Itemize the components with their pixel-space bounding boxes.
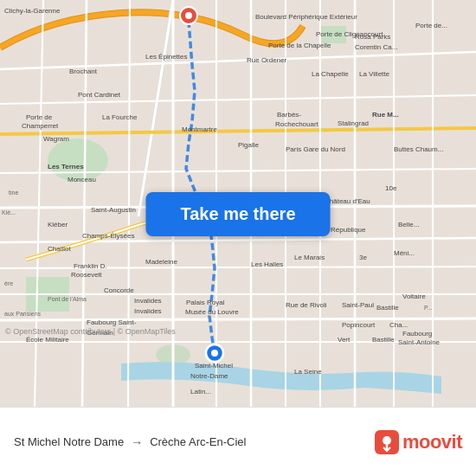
svg-text:Cha...: Cha... (389, 321, 408, 329)
svg-text:P...: P... (424, 305, 433, 311)
svg-text:Brochant: Brochant (69, 68, 98, 75)
svg-text:Le Marais: Le Marais (294, 254, 325, 261)
svg-point-107 (383, 436, 391, 445)
svg-text:Invalides: Invalides (134, 297, 162, 305)
svg-text:Champerret: Champerret (22, 122, 59, 130)
svg-text:Monceau: Monceau (68, 176, 96, 183)
svg-text:Paris Gare du Nord: Paris Gare du Nord (286, 145, 345, 153)
svg-text:Saint-Michel: Saint-Michel (195, 362, 233, 370)
destination-label: Crèche Arc-En-Ciel (150, 435, 246, 448)
svg-text:Porte de...: Porte de... (415, 22, 447, 29)
svg-text:Latin...: Latin... (190, 388, 211, 396)
svg-text:Vert: Vert (338, 336, 351, 344)
take-me-there-button[interactable]: Take me there (145, 192, 330, 236)
svg-text:10e: 10e (385, 184, 397, 192)
svg-text:Concorde: Concorde (104, 286, 134, 294)
svg-text:Les Halles: Les Halles (251, 261, 283, 268)
svg-text:La Villette: La Villette (359, 70, 390, 78)
svg-text:République: République (331, 226, 366, 234)
svg-point-105 (211, 350, 218, 357)
svg-text:Pigalle: Pigalle (238, 141, 260, 149)
svg-text:Kléber: Kléber (48, 221, 68, 228)
svg-text:Saint-Augustin: Saint-Augustin (91, 206, 136, 214)
svg-text:Barbès-: Barbès- (277, 111, 301, 119)
svg-text:Méni...: Méni... (394, 249, 415, 257)
svg-text:Roosevelt: Roosevelt (71, 271, 102, 279)
svg-text:Les Épinettes: Les Épinettes (145, 53, 187, 61)
svg-text:Saint-Antoine: Saint-Antoine (398, 338, 441, 346)
svg-point-103 (185, 12, 192, 19)
svg-text:Wagram: Wagram (43, 135, 69, 143)
svg-text:Popincourt: Popincourt (342, 321, 376, 329)
svg-text:Rue de Rivoli: Rue de Rivoli (286, 301, 327, 309)
svg-text:ère: ère (4, 280, 13, 286)
svg-text:La Fourche: La Fourche (102, 113, 138, 121)
svg-text:Franklin D.: Franklin D. (74, 262, 107, 270)
svg-text:Voltaire: Voltaire (402, 293, 426, 300)
moovit-logo-icon (375, 430, 399, 454)
svg-text:Notre-Dame: Notre-Dame (190, 372, 228, 380)
svg-text:Rochechouart: Rochechouart (275, 120, 319, 128)
origin-label: St Michel Notre Dame (14, 435, 124, 448)
svg-text:Klé...: Klé... (2, 209, 16, 215)
svg-text:Faubourg: Faubourg (402, 330, 432, 338)
svg-text:Les Ternes: Les Ternes (48, 163, 84, 170)
svg-text:Buttes Chaum...: Buttes Chaum... (394, 145, 443, 153)
svg-text:tine: tine (9, 190, 18, 196)
svg-text:Stalingrad: Stalingrad (338, 119, 369, 127)
svg-text:Corentin Ca...: Corentin Ca... (355, 43, 397, 51)
svg-text:La Seine: La Seine (294, 368, 322, 376)
bottom-bar: St Michel Notre Dame → Crèche Arc-En-Cie… (0, 407, 476, 476)
moovit-logo: moovit (375, 430, 462, 454)
svg-text:Saint-Paul: Saint-Paul (342, 301, 374, 309)
svg-text:Belle...: Belle... (398, 221, 419, 228)
svg-text:Chaillot: Chaillot (48, 245, 71, 253)
map-container: Clichy-la-Garenne Boulevard Périphérique… (0, 0, 476, 407)
svg-text:Musée du Louvre: Musée du Louvre (185, 308, 239, 316)
svg-text:Faubourg Saint-: Faubourg Saint- (87, 318, 137, 326)
svg-text:Pont de l'Alma: Pont de l'Alma (48, 296, 87, 302)
svg-line-15 (0, 318, 476, 320)
svg-text:Rue Ordener: Rue Ordener (247, 56, 287, 64)
svg-text:Invalides: Invalides (134, 307, 162, 315)
svg-text:Rue M...: Rue M... (372, 111, 399, 119)
svg-text:Clichy-la-Garenne: Clichy-la-Garenne (4, 7, 61, 15)
svg-text:3e: 3e (359, 254, 367, 261)
svg-text:La Chapelle: La Chapelle (312, 70, 349, 78)
svg-text:Porte de Clignancourt: Porte de Clignancourt (316, 30, 383, 38)
svg-text:Madeleine: Madeleine (145, 258, 177, 266)
svg-text:Champs-Élysées: Champs-Élysées (82, 232, 134, 240)
svg-text:aux Parisiens: aux Parisiens (4, 311, 42, 317)
svg-text:Bastille: Bastille (372, 336, 395, 344)
svg-text:Bastille: Bastille (376, 304, 399, 312)
svg-text:Pont Cardinet: Pont Cardinet (78, 91, 121, 99)
route-info: St Michel Notre Dame → Crèche Arc-En-Cie… (14, 435, 375, 449)
svg-text:Boulevard Périphérique Extérie: Boulevard Périphérique Extérieur (255, 13, 357, 21)
svg-text:Porte de la Chapelle: Porte de la Chapelle (268, 42, 331, 49)
svg-text:Château d'Eau: Château d'Eau (325, 197, 370, 205)
svg-text:École Militaire: École Militaire (26, 336, 69, 344)
moovit-logo-text: moovit (402, 431, 462, 453)
svg-text:Porte de: Porte de (26, 113, 53, 121)
copyright-text: © OpenStreetMap contributors | © OpenMap… (5, 327, 176, 336)
svg-text:Montmartre: Montmartre (182, 125, 217, 133)
svg-text:Palais Royal: Palais Royal (186, 299, 225, 306)
arrow-icon: → (131, 435, 143, 449)
